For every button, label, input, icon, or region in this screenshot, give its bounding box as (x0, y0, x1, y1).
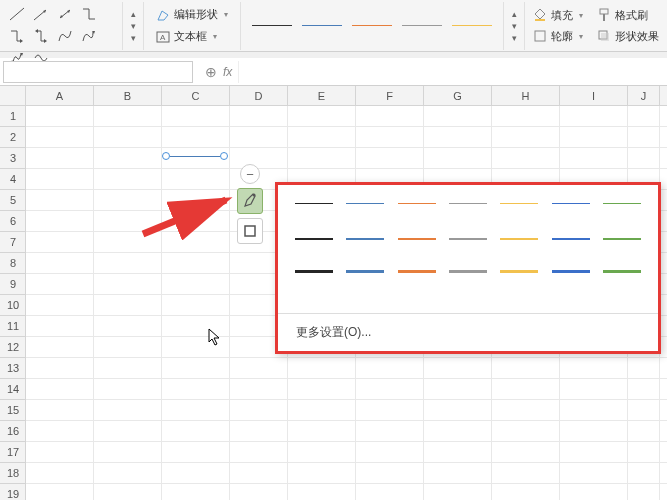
cell[interactable] (560, 379, 628, 400)
row-header[interactable]: 16 (0, 421, 26, 442)
column-header[interactable]: G (424, 86, 492, 106)
cell[interactable] (288, 421, 356, 442)
cell[interactable] (492, 484, 560, 500)
cell[interactable] (230, 463, 288, 484)
row-header[interactable]: 17 (0, 442, 26, 463)
cell[interactable] (356, 358, 424, 379)
line-style-gallery[interactable] (241, 2, 504, 50)
cell[interactable] (424, 127, 492, 148)
cell[interactable] (162, 400, 230, 421)
column-header[interactable]: A (26, 86, 94, 106)
cell[interactable] (356, 421, 424, 442)
cell[interactable] (628, 484, 660, 500)
cell[interactable] (424, 421, 492, 442)
cell[interactable] (492, 106, 560, 127)
outline-tool-button[interactable] (237, 218, 263, 244)
shape-double-arrow-icon[interactable] (54, 4, 76, 24)
cell[interactable] (230, 106, 288, 127)
cell[interactable] (94, 169, 162, 190)
cell[interactable] (230, 484, 288, 500)
column-header[interactable]: F (356, 86, 424, 106)
cell[interactable] (162, 484, 230, 500)
cell[interactable] (26, 106, 94, 127)
cell[interactable] (26, 211, 94, 232)
more-settings-button[interactable]: 更多设置(O)... (278, 313, 658, 351)
cell[interactable] (94, 400, 162, 421)
cell[interactable] (94, 316, 162, 337)
cell[interactable] (26, 169, 94, 190)
cell[interactable] (230, 442, 288, 463)
cell[interactable] (492, 127, 560, 148)
resize-handle-right[interactable] (220, 152, 228, 160)
line-swatch[interactable] (449, 203, 487, 204)
cell[interactable] (26, 190, 94, 211)
selected-line-shape[interactable] (162, 150, 228, 162)
cell[interactable] (560, 463, 628, 484)
cell[interactable] (424, 484, 492, 500)
line-swatch[interactable] (398, 238, 436, 240)
resize-handle-left[interactable] (162, 152, 170, 160)
line-swatch[interactable] (346, 270, 384, 273)
gallery-up-icon[interactable]: ▴ (126, 8, 140, 20)
cell[interactable] (162, 316, 230, 337)
cell[interactable] (356, 379, 424, 400)
cell[interactable] (628, 106, 660, 127)
cell[interactable] (492, 400, 560, 421)
fx-icon[interactable]: fx (223, 65, 232, 79)
cell[interactable] (424, 148, 492, 169)
cell[interactable] (492, 358, 560, 379)
column-header[interactable]: B (94, 86, 162, 106)
cell[interactable] (492, 421, 560, 442)
cell[interactable] (492, 463, 560, 484)
cell[interactable] (560, 484, 628, 500)
cell[interactable] (288, 379, 356, 400)
cell[interactable] (162, 421, 230, 442)
line-swatch[interactable] (346, 203, 384, 204)
cell[interactable] (94, 442, 162, 463)
cell[interactable] (162, 106, 230, 127)
cell[interactable] (162, 211, 230, 232)
shape-effects-button[interactable]: 形状效果 (593, 27, 663, 46)
cell[interactable] (288, 442, 356, 463)
cell[interactable] (424, 379, 492, 400)
cell[interactable] (94, 358, 162, 379)
line-swatch[interactable] (500, 270, 538, 273)
cell[interactable] (26, 253, 94, 274)
cell[interactable] (94, 379, 162, 400)
cell[interactable] (356, 400, 424, 421)
cell[interactable] (230, 358, 288, 379)
cell[interactable] (162, 127, 230, 148)
gallery-more-icon[interactable]: ▾ (126, 32, 140, 44)
line-swatch[interactable] (346, 238, 384, 240)
line-style-swatch[interactable] (347, 16, 397, 36)
cell[interactable] (356, 463, 424, 484)
line-swatch[interactable] (552, 203, 590, 204)
cell[interactable] (424, 358, 492, 379)
style-more-icon[interactable]: ▾ (507, 32, 521, 44)
cell[interactable] (628, 442, 660, 463)
text-box-button[interactable]: A 文本框▾ (152, 27, 232, 46)
cell[interactable] (288, 127, 356, 148)
cell[interactable] (230, 127, 288, 148)
cell[interactable] (94, 421, 162, 442)
cell[interactable] (560, 442, 628, 463)
cell[interactable] (94, 484, 162, 500)
line-swatch[interactable] (552, 270, 590, 273)
row-header[interactable]: 12 (0, 337, 26, 358)
select-all-corner[interactable] (0, 86, 26, 106)
edit-shape-button[interactable]: 编辑形状▾ (152, 5, 232, 24)
cell[interactable] (356, 127, 424, 148)
cell[interactable] (26, 232, 94, 253)
name-box[interactable] (3, 61, 193, 83)
cell[interactable] (162, 232, 230, 253)
row-header[interactable]: 3 (0, 148, 26, 169)
cell[interactable] (162, 379, 230, 400)
row-header[interactable]: 2 (0, 127, 26, 148)
row-header[interactable]: 4 (0, 169, 26, 190)
cell[interactable] (628, 379, 660, 400)
cell[interactable] (26, 421, 94, 442)
cell[interactable] (94, 295, 162, 316)
line-swatch[interactable] (603, 203, 641, 204)
line-swatch[interactable] (449, 270, 487, 273)
cell[interactable] (162, 253, 230, 274)
